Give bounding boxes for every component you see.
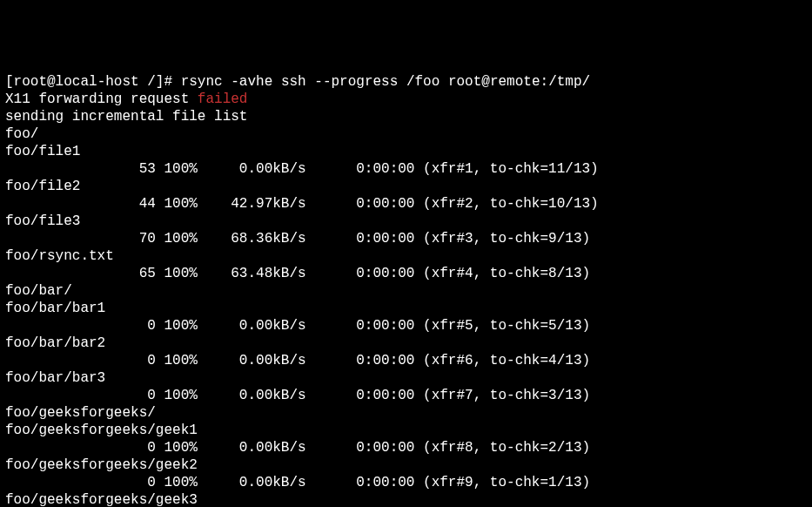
file-entry: foo/geeksforgeeks/geek3: [5, 491, 807, 507]
file-entry: foo/bar/bar2: [5, 335, 807, 352]
col-time: 0:00:00: [306, 230, 415, 247]
file-entry: foo/bar/bar1: [5, 300, 807, 317]
col-pct: 100%: [156, 317, 198, 335]
col-xfr: (xfr#4, to-chk=8/13): [414, 265, 590, 282]
file-entry: foo/geeksforgeeks/geek2: [5, 456, 807, 474]
file-entry: foo/geeksforgeeks/geek1: [5, 422, 807, 439]
col-size: 44: [5, 195, 156, 213]
col-xfr: (xfr#2, to-chk=10/13): [414, 195, 598, 213]
prompt-line: [root@local-host /]# rsync -avhe ssh --p…: [5, 73, 807, 91]
progress-line: 0 100%0.00kB/s0:00:00(xfr#7, to-chk=3/13…: [5, 387, 807, 404]
col-rate: 42.97kB/s: [198, 195, 306, 213]
col-time: 0:00:00: [306, 352, 415, 369]
progress-line: 0 100%0.00kB/s0:00:00(xfr#6, to-chk=4/13…: [5, 352, 807, 369]
col-time: 0:00:00: [306, 474, 415, 491]
col-pct: 100%: [156, 230, 198, 247]
x11-line: X11 forwarding request failed: [5, 91, 807, 108]
col-size: 0: [5, 387, 156, 404]
col-xfr: (xfr#1, to-chk=11/13): [414, 160, 598, 178]
dir-entry: foo/bar/: [5, 282, 807, 300]
file-entry: foo/file2: [5, 178, 807, 195]
col-rate: 63.48kB/s: [198, 265, 306, 282]
prompt-open: [: [5, 74, 14, 90]
terminal-output: [root@local-host /]# rsync -avhe ssh --p…: [5, 73, 807, 507]
col-pct: 100%: [156, 160, 198, 178]
col-xfr: (xfr#8, to-chk=2/13): [414, 439, 590, 456]
file-entry: foo/rsync.txt: [5, 247, 807, 265]
dir-entry: foo/: [5, 125, 807, 143]
col-size: 70: [5, 230, 156, 247]
progress-line: 0 100%0.00kB/s0:00:00(xfr#5, to-chk=5/13…: [5, 317, 807, 335]
col-size: 0: [5, 474, 156, 491]
command-text: rsync -avhe ssh --progress /foo root@rem…: [181, 74, 590, 90]
col-size: 0: [5, 439, 156, 456]
col-pct: 100%: [156, 474, 198, 491]
progress-line: 53 100%0.00kB/s0:00:00(xfr#1, to-chk=11/…: [5, 160, 807, 178]
prompt-path: /: [139, 74, 156, 90]
col-size: 0: [5, 352, 156, 369]
col-rate: 0.00kB/s: [198, 474, 306, 491]
progress-line: 0 100%0.00kB/s0:00:00(xfr#8, to-chk=2/13…: [5, 439, 807, 456]
col-time: 0:00:00: [306, 439, 415, 456]
col-size: 53: [5, 160, 156, 178]
col-pct: 100%: [156, 387, 198, 404]
col-pct: 100%: [156, 439, 198, 456]
col-xfr: (xfr#7, to-chk=3/13): [414, 387, 590, 404]
col-size: 65: [5, 265, 156, 282]
col-pct: 100%: [156, 352, 198, 369]
col-pct: 100%: [156, 265, 198, 282]
progress-line: 0 100%0.00kB/s0:00:00(xfr#9, to-chk=1/13…: [5, 474, 807, 491]
col-size: 0: [5, 317, 156, 335]
col-rate: 68.36kB/s: [198, 230, 306, 247]
progress-line: 70 100%68.36kB/s0:00:00(xfr#3, to-chk=9/…: [5, 230, 807, 247]
file-entry: foo/file1: [5, 143, 807, 160]
col-time: 0:00:00: [306, 317, 415, 335]
col-time: 0:00:00: [306, 160, 415, 178]
col-xfr: (xfr#3, to-chk=9/13): [414, 230, 590, 247]
col-rate: 0.00kB/s: [198, 352, 306, 369]
x11-status: failed: [198, 91, 248, 107]
sending-line: sending incremental file list: [5, 108, 807, 125]
col-xfr: (xfr#5, to-chk=5/13): [414, 317, 590, 335]
col-time: 0:00:00: [306, 195, 415, 213]
col-rate: 0.00kB/s: [198, 439, 306, 456]
file-entry: foo/bar/bar3: [5, 369, 807, 387]
x11-prefix: X11 forwarding request: [5, 91, 198, 107]
col-xfr: (xfr#6, to-chk=4/13): [414, 352, 590, 369]
file-entry: foo/file3: [5, 213, 807, 230]
progress-line: 44 100%42.97kB/s0:00:00(xfr#2, to-chk=10…: [5, 195, 807, 213]
prompt-close: ]#: [156, 74, 181, 90]
dir-entry: foo/geeksforgeeks/: [5, 404, 807, 422]
col-time: 0:00:00: [306, 387, 415, 404]
col-pct: 100%: [156, 195, 198, 213]
prompt-user: root@local-host: [14, 74, 139, 90]
col-rate: 0.00kB/s: [198, 317, 306, 335]
col-rate: 0.00kB/s: [198, 387, 306, 404]
col-xfr: (xfr#9, to-chk=1/13): [414, 474, 590, 491]
progress-line: 65 100%63.48kB/s0:00:00(xfr#4, to-chk=8/…: [5, 265, 807, 282]
col-rate: 0.00kB/s: [198, 160, 306, 178]
col-time: 0:00:00: [306, 265, 415, 282]
